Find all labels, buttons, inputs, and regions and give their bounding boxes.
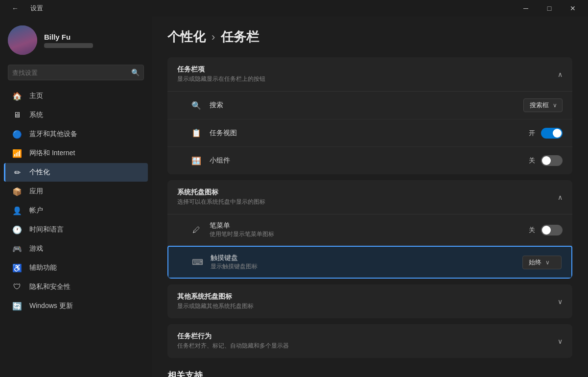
setting-title-search: 搜索: [210, 101, 517, 110]
setting-row-taskview-text: 任务视图: [210, 129, 523, 138]
section-sub: 显示或隐藏其他系统托盘图标: [177, 302, 254, 310]
user-subtitle: [44, 43, 93, 48]
network-icon: 📶: [12, 148, 23, 159]
section-system-tray-header[interactable]: 系统托盘图标 选择可以在系统托盘中显示的图标 ∧: [167, 180, 572, 214]
widgets-row-icon: 🪟: [191, 155, 202, 166]
search-icon[interactable]: 🔍: [131, 69, 140, 76]
setting-row-widgets-text: 小组件: [210, 156, 523, 165]
widgets-toggle-label: 关: [529, 156, 535, 165]
titlebar: ← 设置 ─ □ ✕: [0, 0, 588, 17]
accounts-icon: 👤: [12, 205, 23, 216]
sidebar-item-accessibility[interactable]: ♿ 辅助功能: [4, 259, 148, 277]
user-name: Billy Fu: [44, 33, 93, 41]
accessibility-icon: ♿: [12, 262, 23, 273]
section-header-text: 任务栏行为 任务栏对齐、标记、自动隐藏和多个显示器: [177, 332, 289, 350]
sidebar-item-accounts[interactable]: 👤 帐户: [4, 201, 148, 220]
apps-icon: 📦: [12, 186, 23, 197]
breadcrumb2: 任务栏: [221, 28, 259, 46]
close-button[interactable]: ✕: [562, 1, 584, 16]
widgets-control: 关: [529, 155, 563, 166]
sidebar-item-label: 应用: [29, 187, 43, 196]
sidebar-item-label: 蓝牙和其他设备: [29, 130, 77, 139]
section-other-tray-header[interactable]: 其他系统托盘图标 显示或隐藏其他系统托盘图标 ∨: [167, 284, 572, 318]
touch-control: 始终 ∨: [522, 256, 562, 269]
sidebar-item-apps[interactable]: 📦 应用: [4, 182, 148, 201]
touch-keyboard-dropdown[interactable]: 始终 ∨: [522, 256, 562, 269]
titlebar-left: ← 设置: [4, 1, 43, 16]
taskview-toggle[interactable]: [541, 128, 563, 139]
setting-title-pen: 笔菜单: [210, 221, 523, 230]
avatar: [8, 25, 37, 55]
section-other-tray: 其他系统托盘图标 显示或隐藏其他系统托盘图标 ∨: [167, 284, 572, 318]
related-support-header: 相关支持: [167, 370, 572, 377]
chevron-down-icon: ∨: [553, 102, 557, 109]
system-tray-body: 🖊 笔菜单 使用笔时显示笔菜单图标 关 ⌨: [167, 214, 572, 279]
sidebar-item-privacy[interactable]: 🛡 隐私和安全性: [4, 278, 148, 296]
sidebar-item-label: Windows 更新: [29, 302, 73, 310]
sidebar: Billy Fu 🔍 🏠 主页 🖥 系统 🔵 蓝牙和其他设备: [0, 17, 152, 377]
maximize-button[interactable]: □: [538, 1, 561, 16]
chevron-down-icon: ∨: [545, 259, 550, 266]
user-section: Billy Fu: [0, 17, 152, 63]
sidebar-item-network[interactable]: 📶 网络和 Internet: [4, 144, 148, 163]
sidebar-item-personalize[interactable]: ✏ 个性化: [4, 163, 148, 182]
chevron-up-icon: ∧: [558, 193, 563, 201]
games-icon: 🎮: [12, 243, 23, 254]
page-header: 个性化 › 任务栏: [167, 28, 572, 46]
time-icon: 🕐: [12, 224, 23, 235]
section-title: 任务栏行为: [177, 332, 289, 341]
sidebar-item-bluetooth[interactable]: 🔵 蓝牙和其他设备: [4, 125, 148, 143]
chevron-down-icon: ∨: [558, 298, 563, 306]
sidebar-item-time[interactable]: 🕐 时间和语言: [4, 220, 148, 239]
setting-row-widgets: 🪟 小组件 关: [167, 147, 572, 174]
section-title: 系统托盘图标: [177, 188, 265, 197]
sidebar-item-home[interactable]: 🏠 主页: [4, 87, 148, 105]
taskview-row-icon: 📋: [191, 128, 202, 139]
sidebar-item-label: 辅助功能: [29, 263, 57, 272]
section-taskbar-behavior: 任务栏行为 任务栏对齐、标记、自动隐藏和多个显示器 ∨: [167, 324, 572, 358]
taskview-control: 开: [529, 128, 563, 139]
widgets-toggle[interactable]: [541, 155, 563, 166]
privacy-icon: 🛡: [12, 282, 23, 292]
chevron-down-icon: ∨: [558, 337, 563, 345]
setting-title-touch: 触摸键盘: [211, 254, 517, 262]
pen-menu-icon: 🖊: [191, 225, 202, 236]
setting-sub-pen: 使用笔时显示笔菜单图标: [210, 230, 523, 238]
section-system-tray: 系统托盘图标 选择可以在系统托盘中显示的图标 ∧ 🖊 笔菜单 使用笔时显示笔菜单…: [167, 180, 572, 279]
toggle-thumb: [553, 129, 562, 138]
section-taskbar-items-header[interactable]: 任务栏项 显示或隐藏显示在任务栏上的按钮 ∧: [167, 57, 572, 91]
related-title: 相关支持: [167, 371, 203, 377]
sidebar-item-games[interactable]: 🎮 游戏: [4, 239, 148, 258]
sidebar-item-label: 网络和 Internet: [29, 149, 75, 158]
pen-toggle-label: 关: [529, 226, 535, 235]
toggle-thumb: [542, 226, 551, 235]
search-control: 搜索框 ∨: [523, 98, 563, 112]
app-body: Billy Fu 🔍 🏠 主页 🖥 系统 🔵 蓝牙和其他设备: [0, 17, 588, 377]
sidebar-item-label: 时间和语言: [29, 225, 64, 234]
pen-toggle[interactable]: [541, 225, 563, 236]
pen-control: 关: [529, 225, 563, 236]
home-icon: 🏠: [12, 91, 23, 101]
touch-keyboard-icon: ⌨: [192, 257, 203, 268]
setting-sub-touch: 显示触摸键盘图标: [211, 262, 517, 271]
search-input[interactable]: [12, 69, 131, 76]
touch-dropdown-value: 始终: [529, 258, 541, 267]
search-dropdown[interactable]: 搜索框 ∨: [523, 98, 563, 112]
setting-row-pen-menu: 🖊 笔菜单 使用笔时显示笔菜单图标 关: [167, 214, 572, 246]
main-content: 个性化 › 任务栏 任务栏项 显示或隐藏显示在任务栏上的按钮 ∧ 🔍 搜索: [152, 17, 588, 377]
setting-row-search-text: 搜索: [210, 101, 517, 110]
section-taskbar-behavior-header[interactable]: 任务栏行为 任务栏对齐、标记、自动隐藏和多个显示器 ∨: [167, 324, 572, 358]
system-icon: 🖥: [12, 110, 23, 120]
sidebar-item-update[interactable]: 🔄 Windows 更新: [4, 297, 148, 315]
setting-title-taskview: 任务视图: [210, 129, 523, 138]
minimize-button[interactable]: ─: [515, 1, 537, 16]
search-box[interactable]: 🔍: [8, 65, 144, 80]
section-header-text: 系统托盘图标 选择可以在系统托盘中显示的图标: [177, 188, 265, 206]
sidebar-item-label: 游戏: [29, 244, 43, 253]
search-row-icon: 🔍: [191, 100, 202, 111]
back-button[interactable]: ←: [4, 1, 26, 16]
section-taskbar-items: 任务栏项 显示或隐藏显示在任务栏上的按钮 ∧ 🔍 搜索 搜索框 ∨: [167, 57, 572, 174]
app-title: 设置: [30, 4, 43, 13]
sidebar-item-system[interactable]: 🖥 系统: [4, 106, 148, 124]
setting-row-touch-text: 触摸键盘 显示触摸键盘图标: [211, 254, 517, 271]
